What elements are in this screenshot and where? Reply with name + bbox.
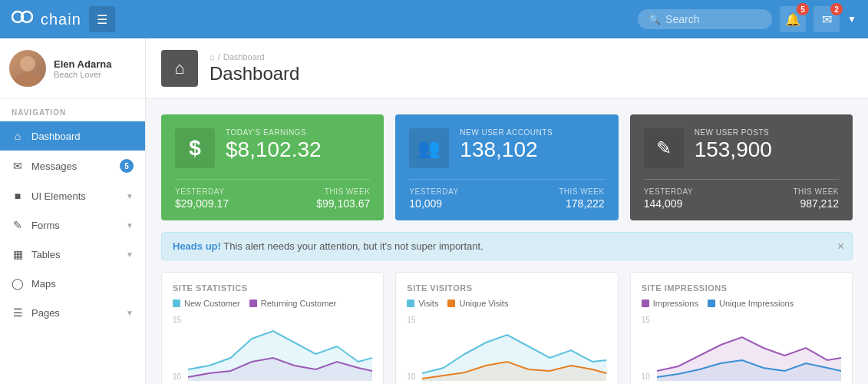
stat-card-top: ✎ NEW USER POSTS 153,900 xyxy=(644,128,839,168)
chart-area: 15 10 xyxy=(642,316,841,381)
sidebar-item-label: Maps xyxy=(31,278,56,290)
chart-svg xyxy=(407,316,606,381)
nav-section-label: Navigation xyxy=(0,99,145,121)
avatar xyxy=(9,50,46,87)
stat-sub-week: THIS WEEK $99,103.67 xyxy=(316,187,370,210)
legend-dot xyxy=(249,300,257,307)
user-profile: Elen Adarna Beach Lover xyxy=(0,38,145,99)
stat-value: $8,102.32 xyxy=(226,138,370,162)
breadcrumb-home-icon: ⌂ xyxy=(210,52,215,61)
chart-title: SITE STATISTICS xyxy=(173,283,372,293)
legend-dot xyxy=(642,300,649,307)
chart-site-impressions: SITE IMPRESSIONS Impressions Unique Impr… xyxy=(630,272,853,384)
chart-y-labels: 15 10 xyxy=(173,316,181,381)
chart-area: 15 10 xyxy=(407,316,606,381)
sidebar-item-label: Tables xyxy=(31,249,61,260)
alert-box: Heads up! This alert needs your attentio… xyxy=(161,232,853,260)
chevron-down-icon: ▼ xyxy=(126,221,134,230)
page-title: Dashboard xyxy=(210,63,299,84)
chart-legend: Visits Unique Visits xyxy=(407,299,606,308)
user-dropdown-arrow[interactable]: ▼ xyxy=(847,14,856,25)
legend-item-unique-impressions: Unique Impressions xyxy=(708,299,794,308)
stat-card-posts: ✎ NEW USER POSTS 153,900 YESTERDAY 144,0… xyxy=(630,114,853,220)
chart-title: SITE VISITORS xyxy=(407,283,606,293)
legend-dot xyxy=(173,300,180,307)
legend-item-new-customer: New Customer xyxy=(173,299,240,308)
breadcrumb: ⌂ / Dashboard xyxy=(210,52,299,61)
sidebar: Elen Adarna Beach Lover Navigation ⌂ Das… xyxy=(0,38,146,384)
y-label: 10 xyxy=(642,372,650,381)
y-label: 10 xyxy=(407,372,415,381)
legend-item-unique-visits: Unique Visits xyxy=(447,299,508,308)
messages-button[interactable]: ✉ 2 xyxy=(814,6,840,32)
stat-card-bottom: YESTERDAY $29,009.17 THIS WEEK $99,103.6… xyxy=(175,179,370,210)
tables-icon: ▦ xyxy=(12,248,24,260)
top-navigation: chain ☰ 🔍 🔔 5 ✉ 2 ▼ xyxy=(0,0,868,38)
logo-text: chain xyxy=(41,11,81,28)
user-info: Elen Adarna Beach Lover xyxy=(54,58,111,79)
nav-right: 🔍 🔔 5 ✉ 2 ▼ xyxy=(638,6,856,32)
stat-sub-label: YESTERDAY xyxy=(644,187,693,196)
hamburger-button[interactable]: ☰ xyxy=(89,6,115,32)
sidebar-item-label: Dashboard xyxy=(31,131,81,142)
pages-icon: ☰ xyxy=(12,306,24,319)
stat-label: NEW USER ACCOUNTS xyxy=(460,128,604,137)
user-name: Elen Adarna xyxy=(54,58,111,70)
page-header-info: ⌂ / Dashboard Dashboard xyxy=(210,52,299,84)
notifications-button[interactable]: 🔔 5 xyxy=(780,6,806,32)
page-header: ⌂ ⌂ / Dashboard Dashboard xyxy=(146,38,868,99)
search-icon: 🔍 xyxy=(649,14,661,25)
stat-sub-value: 987,212 xyxy=(793,197,839,210)
stat-value: 153,900 xyxy=(695,138,839,162)
dashboard-icon: ⌂ xyxy=(174,58,184,78)
chart-legend: New Customer Returning Customer xyxy=(173,299,372,308)
charts-row: SITE STATISTICS New Customer Returning C… xyxy=(146,260,868,384)
y-label: 15 xyxy=(407,316,415,324)
sidebar-item-label: Forms xyxy=(31,220,60,231)
sidebar-item-dashboard[interactable]: ⌂ Dashboard xyxy=(0,121,145,151)
sidebar-item-label: Messages xyxy=(31,161,77,172)
logo-area: chain ☰ xyxy=(12,6,157,32)
stat-card-info: NEW USER ACCOUNTS 138,102 xyxy=(460,128,604,162)
legend-dot xyxy=(447,300,455,307)
sidebar-item-maps[interactable]: ◯ Maps xyxy=(0,269,145,298)
user-role: Beach Lover xyxy=(54,70,111,79)
legend-item-returning-customer: Returning Customer xyxy=(249,299,336,308)
forms-icon: ✎ xyxy=(12,219,24,231)
stat-sub-label: THIS WEEK xyxy=(793,187,839,196)
stat-sub-label: YESTERDAY xyxy=(175,187,229,196)
chart-area: 15 10 xyxy=(173,316,372,381)
stat-sub-yesterday: YESTERDAY 10,009 xyxy=(409,187,458,210)
stat-card-bottom: YESTERDAY 10,009 THIS WEEK 178,222 xyxy=(409,179,604,210)
stat-sub-label: THIS WEEK xyxy=(316,187,370,196)
legend-label: Visits xyxy=(418,299,438,308)
chevron-down-icon: ▼ xyxy=(126,250,134,259)
sidebar-item-ui-elements[interactable]: ■ UI Elements ▼ xyxy=(0,181,145,210)
sidebar-item-messages[interactable]: ✉ Messages 5 xyxy=(0,151,145,181)
maps-icon: ◯ xyxy=(12,277,24,290)
alert-close-button[interactable]: × xyxy=(837,240,844,253)
stat-sub-value: 10,009 xyxy=(409,197,458,210)
sidebar-item-label: Pages xyxy=(31,307,60,319)
envelope-icon: ✉ xyxy=(822,12,832,27)
earnings-icon: $ xyxy=(175,128,215,168)
legend-label: New Customer xyxy=(184,299,240,308)
y-label: 15 xyxy=(173,316,181,324)
legend-label: Unique Impressions xyxy=(719,299,794,308)
legend-item-visits: Visits xyxy=(407,299,438,308)
stat-card-earnings: $ TODAY'S EARNINGS $8,102.32 YESTERDAY $… xyxy=(161,114,384,220)
search-box[interactable]: 🔍 xyxy=(638,9,772,29)
legend-dot xyxy=(708,300,715,307)
y-label: 10 xyxy=(173,372,181,381)
stat-sub-label: THIS WEEK xyxy=(559,187,605,196)
stat-sub-value: $29,009.17 xyxy=(175,197,229,210)
sidebar-item-forms[interactable]: ✎ Forms ▼ xyxy=(0,210,145,240)
messages-nav-badge: 5 xyxy=(120,159,134,173)
chart-title: SITE IMPRESSIONS xyxy=(642,283,841,293)
stat-card-info: TODAY'S EARNINGS $8,102.32 xyxy=(226,128,370,162)
sidebar-item-pages[interactable]: ☰ Pages ▼ xyxy=(0,298,145,327)
sidebar-item-tables[interactable]: ▦ Tables ▼ xyxy=(0,240,145,269)
stat-card-info: NEW USER POSTS 153,900 xyxy=(695,128,839,162)
stat-sub-week: THIS WEEK 987,212 xyxy=(793,187,839,210)
search-input[interactable] xyxy=(665,13,761,25)
